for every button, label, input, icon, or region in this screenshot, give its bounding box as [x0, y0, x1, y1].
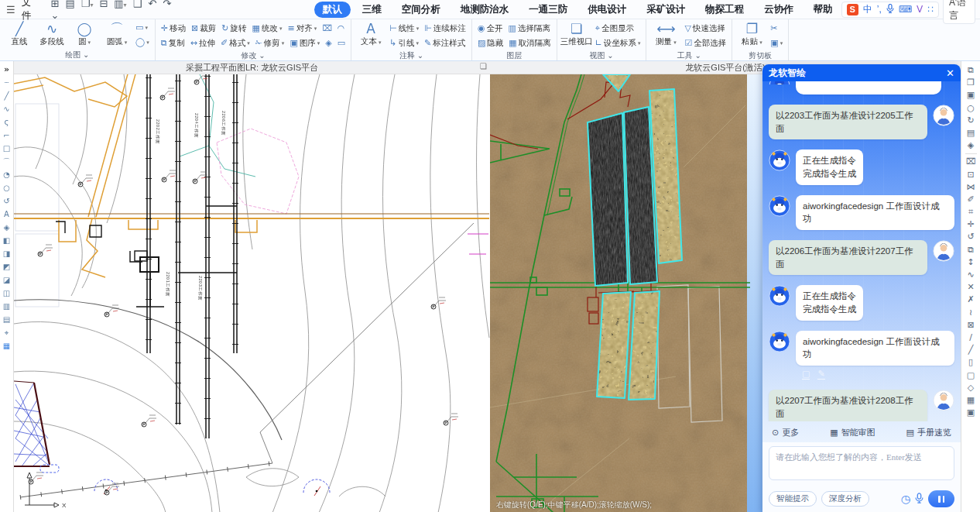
- tab-三维[interactable]: 三维: [354, 2, 390, 18]
- polyline-button[interactable]: ∿多段线: [38, 21, 66, 47]
- rect-tool-icon[interactable]: ▭: [338, 38, 345, 48]
- polyline-icon[interactable]: ∿: [3, 102, 9, 115]
- save-icon[interactable]: ⊟: [96, 0, 111, 9]
- document-icon[interactable]: ▥▾: [111, 0, 129, 9]
- close-icon[interactable]: ✕: [946, 67, 954, 79]
- rect-b-icon[interactable]: ▢: [967, 369, 975, 382]
- align-left-icon[interactable]: ◧: [3, 234, 10, 247]
- toolbox-grid-icon[interactable]: ∷: [927, 4, 934, 15]
- tab-物探工程[interactable]: 物探工程: [697, 2, 752, 18]
- dropdown-caret-icon[interactable]: ▾: [672, 40, 677, 46]
- dropdown-caret-icon[interactable]: ▾: [86, 40, 91, 46]
- trim-button[interactable]: ✁修剪▾: [255, 38, 285, 49]
- tab-地测防治水[interactable]: 地测防治水: [452, 2, 518, 18]
- draw-order-button[interactable]: ▣图序▾: [290, 38, 320, 49]
- zoom-extents-icon[interactable]: ⌖: [5, 326, 9, 339]
- arc-button[interactable]: ⌒圆弧 ▾: [103, 21, 131, 47]
- dropdown-caret-icon[interactable]: ▾: [377, 40, 382, 46]
- distribute-h-icon[interactable]: ▥: [3, 300, 10, 313]
- dropdown-caret-icon[interactable]: ▾: [247, 40, 250, 46]
- copy-drawing-icon[interactable]: ⧉: [968, 64, 974, 77]
- dropdown-caret-icon[interactable]: ▾: [279, 26, 283, 32]
- align-button[interactable]: ≡对齐▾: [287, 23, 317, 34]
- spline-icon[interactable]: ς: [5, 115, 9, 129]
- ellipse-icon[interactable]: ○: [3, 181, 10, 194]
- delete-icon[interactable]: ⌧: [322, 23, 332, 33]
- microphone-icon[interactable]: [886, 4, 894, 15]
- more-link[interactable]: ⊙更多: [772, 427, 799, 438]
- copy-object-icon[interactable]: ⧉: [968, 244, 974, 256]
- hatch-icon[interactable]: ◈: [4, 221, 10, 234]
- tab-供电设计[interactable]: 供电设计: [579, 2, 635, 18]
- dropdown-caret-icon[interactable]: ▾: [317, 40, 320, 46]
- dropdown-caret-icon[interactable]: ▾: [758, 40, 762, 46]
- message-bubble[interactable]: 正在生成指令完成指令生成: [796, 285, 863, 320]
- box-3d-icon[interactable]: ◇: [968, 382, 974, 394]
- voice-input-icon[interactable]: [915, 493, 923, 505]
- rotate-button[interactable]: ↻旋转: [221, 23, 246, 34]
- ellipse-icon[interactable]: ◯▾: [135, 37, 149, 47]
- line-icon[interactable]: ╱: [4, 89, 9, 102]
- strip-expand-icon[interactable]: »: [4, 63, 9, 76]
- cad-canvas[interactable]: X 2202工作面2204工作面2206工作面2201工作面2203工作面: [14, 74, 490, 512]
- polygon-icon[interactable]: ⌐: [3, 129, 9, 142]
- maximize-icon[interactable]: ❏: [480, 62, 487, 70]
- dropdown-caret-icon[interactable]: ▾: [780, 40, 783, 46]
- send-button[interactable]: [928, 490, 954, 507]
- quick-select-button[interactable]: ▽快速选择: [684, 23, 725, 34]
- soft-keyboard-icon[interactable]: ⌨: [899, 4, 912, 15]
- tab-一通三防[interactable]: 一通三防: [520, 2, 576, 18]
- message-bubble[interactable]: [796, 81, 941, 94]
- view-3d-icon[interactable]: ◈: [968, 139, 974, 152]
- mirror-icon[interactable]: ⋈: [967, 181, 975, 194]
- revcloud-icon[interactable]: ↺: [3, 194, 9, 208]
- array-icon[interactable]: ⌗: [968, 206, 973, 218]
- skin-icon[interactable]: V: [917, 4, 923, 15]
- align-middle-icon[interactable]: ◫: [3, 287, 10, 300]
- history-clock-icon[interactable]: ◷: [901, 493, 910, 504]
- zoom-extents-button[interactable]: ⌖全图显示: [595, 23, 634, 34]
- rotate-icon[interactable]: ↺: [967, 231, 974, 243]
- dropdown-caret-icon[interactable]: ▾: [146, 40, 149, 46]
- align-right-icon[interactable]: ◨: [3, 247, 10, 260]
- open-folder-icon[interactable]: ❐▾: [78, 0, 97, 9]
- deep-analysis-button[interactable]: 深度分析: [821, 491, 869, 507]
- fillet-icon[interactable]: ◠: [338, 23, 345, 33]
- linear-dim-button[interactable]: ⊢线性▾: [389, 23, 419, 34]
- clip-icon[interactable]: ⊠: [967, 319, 974, 332]
- circle-button[interactable]: ◯圆 ▾: [70, 21, 98, 47]
- dropdown-caret-icon[interactable]: ▾: [90, 2, 93, 9]
- break-point-icon[interactable]: ✗: [967, 294, 974, 306]
- dropdown-caret-icon[interactable]: ▾: [145, 25, 148, 31]
- paste-button[interactable]: ❐粘贴 ▾: [738, 21, 766, 47]
- dropdown-caret-icon[interactable]: ▾: [314, 26, 317, 32]
- dropdown-caret-icon[interactable]: ▾: [638, 40, 641, 46]
- select-all-button[interactable]: ☑全部选择: [684, 38, 726, 49]
- arc-icon[interactable]: ⌒: [3, 155, 11, 168]
- tab-帮助[interactable]: 帮助: [805, 2, 841, 18]
- dropdown-caret-icon[interactable]: ▾: [282, 40, 285, 46]
- move-button[interactable]: ✛移动: [161, 23, 186, 34]
- align-top-icon[interactable]: ◩: [3, 260, 10, 273]
- attribute-edit-icon[interactable]: ▣: [967, 407, 975, 419]
- dropdown-caret-icon[interactable]: ▾: [124, 2, 127, 9]
- join-icon[interactable]: ≀: [969, 307, 972, 319]
- viewport-3d-button[interactable]: ❏三维视口: [563, 21, 591, 47]
- format-button[interactable]: ✐格式▾: [221, 38, 250, 49]
- move-icon[interactable]: ✛: [967, 218, 974, 231]
- message-bubble[interactable]: 以2207工作面为基准设计2208工作面: [769, 390, 927, 421]
- sheet-set-icon[interactable]: ▤: [967, 127, 975, 139]
- rectangle-icon[interactable]: □: [3, 142, 10, 155]
- select-isolate-button[interactable]: ▥选择隔离: [508, 23, 550, 34]
- edit-message-icon[interactable]: ✎: [817, 369, 824, 380]
- chat-input[interactable]: [769, 446, 954, 480]
- cancel-isolate-button[interactable]: ▦取消隔离: [509, 38, 550, 49]
- message-bubble[interactable]: 以2203工作面为基准设计2205工作面: [769, 105, 927, 139]
- text-button[interactable]: A文本 ▾: [357, 21, 385, 47]
- break-icon[interactable]: ✕: [967, 281, 974, 294]
- region-select-icon[interactable]: ▣: [967, 89, 975, 101]
- point-icon[interactable]: ┄: [4, 76, 9, 89]
- format-brush-icon[interactable]: ✐: [967, 194, 974, 206]
- circle-radius-icon[interactable]: ◔: [3, 168, 10, 181]
- leader-button[interactable]: ↳引线▾: [389, 38, 419, 49]
